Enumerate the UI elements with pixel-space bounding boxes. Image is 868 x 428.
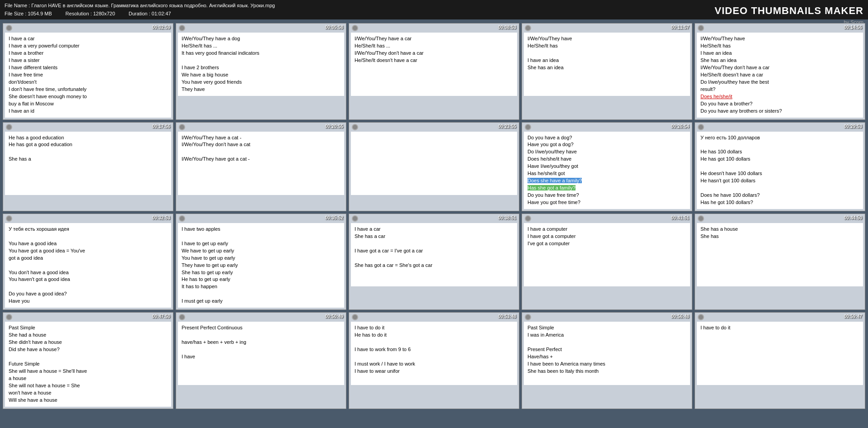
thumb-line: Do you have a brother?	[700, 101, 753, 106]
thumb-line: I/We/You/They have	[700, 36, 745, 41]
thumbnail-0-4: 00:14:56I/We/You/They haveHe/She/It hasI…	[695, 23, 865, 119]
thumbnail-3-3: 00:56:48Past Simple I was in America Pre…	[522, 312, 692, 409]
thumbnail-row-2: 00:32:53У тебя есть хорошая идея You hav…	[3, 214, 865, 310]
thumb-play-icon	[179, 215, 185, 222]
thumb-line: Do you have any brothers or sisters?	[700, 108, 782, 114]
thumbnail-3-2: 00:53:48I have to do it He has to do it …	[349, 312, 519, 409]
thumb-content: He has a good education He has got a goo…	[5, 132, 171, 195]
thumb-timestamp: 00:11:57	[671, 25, 689, 30]
thumb-line: Does he/she/it	[700, 94, 732, 99]
thumb-timestamp: 00:35:52	[325, 215, 343, 220]
thumb-line: Have you got a dog?	[528, 142, 574, 147]
thumb-timestamp: 00:50:49	[325, 314, 343, 319]
thumb-content: I have to do it	[697, 322, 863, 385]
thumb-play-icon	[179, 25, 185, 31]
thumb-content: I have two apples I have to get up early…	[178, 223, 344, 308]
thumbnail-2-1: 00:35:52I have two apples I have to get …	[176, 214, 346, 310]
thumb-play-icon	[698, 314, 704, 320]
thumb-play-icon	[698, 124, 704, 130]
thumb-content: Past Simple She had a house She didn't h…	[5, 322, 171, 406]
thumb-timestamp: 00:26:54	[671, 124, 689, 129]
thumb-timestamp: 00:59:47	[844, 314, 862, 319]
thumb-line: I have an idea	[700, 50, 732, 56]
thumb-play-icon	[525, 25, 531, 31]
thumb-play-icon	[698, 215, 704, 222]
header: File Name : Глагол HAVE в английском язы…	[0, 0, 868, 19]
thumb-content: I/We/You/They have a car He/She/It has .…	[351, 33, 517, 96]
thumb-line: Have I/we/you/they got	[528, 163, 578, 169]
thumbnail-0-0: 00:02:59I have a car I have a very power…	[3, 23, 173, 119]
thumb-play-icon	[352, 215, 358, 222]
thumbnail-1-4: 00:29:53У него есть 100 долларов He has …	[695, 122, 865, 211]
thumb-content	[351, 132, 517, 195]
thumb-content: I have a car She has a car I have got a …	[351, 223, 517, 286]
thumb-timestamp: 00:20:55	[325, 124, 343, 129]
thumbnail-1-1: 00:20:55I/We/You/They have a cat - I/We/…	[176, 122, 346, 211]
thumbnail-0-2: 00:08:53I/We/You/They have a car He/She/…	[349, 23, 519, 119]
thumb-line: Do you have a dog?	[528, 135, 572, 140]
thumb-play-icon	[6, 25, 12, 31]
resolution: Resolution : 1280x720	[66, 10, 115, 18]
thumb-line: She has an idea	[700, 57, 737, 63]
thumb-line: Has he/she/it got	[528, 171, 565, 176]
file-name-label: File Name	[5, 3, 27, 8]
thumb-content: У тебя есть хорошая идея You have a good…	[5, 223, 171, 308]
thumb-line: Has she got a family?	[528, 185, 575, 190]
thumb-content: I/We/You/They have a cat - I/We/You/They…	[178, 132, 344, 195]
thumb-timestamp: 00:32:53	[152, 215, 170, 220]
thumb-timestamp: 00:05:58	[325, 25, 343, 30]
thumb-timestamp: 00:47:50	[152, 314, 170, 319]
thumb-content: I have to do it He has to do it I have t…	[351, 322, 517, 385]
thumbnail-0-3: 00:11:57I/We/You/They have He/She/It has…	[522, 23, 692, 119]
thumb-play-icon	[6, 314, 12, 320]
thumb-play-icon	[179, 314, 185, 320]
file-size: File Size : 1054.9 MB	[5, 10, 52, 18]
thumb-timestamp: 00:38:51	[498, 215, 516, 220]
thumb-play-icon	[6, 215, 12, 222]
thumb-timestamp: 00:17:56	[152, 124, 170, 129]
thumb-content: She has a house She has	[697, 223, 863, 286]
thumbnails-grid: 00:02:59I have a car I have a very power…	[0, 19, 868, 414]
thumb-timestamp: 00:08:53	[498, 25, 516, 30]
thumb-content: I/We/You/They haveHe/She/It hasI have an…	[697, 33, 863, 117]
thumb-play-icon	[179, 124, 185, 130]
thumbnail-row-1: 00:17:56He has a good education He has g…	[3, 122, 865, 211]
thumbnail-1-0: 00:17:56He has a good education He has g…	[3, 122, 173, 211]
brand-name: VIDEO THUMBNAILS MAKER	[715, 3, 863, 19]
thumb-play-icon	[525, 314, 531, 320]
thumb-line: Do you have free time?	[528, 192, 579, 198]
thumb-content: Present Perfect Continuous have/has + be…	[178, 322, 344, 385]
thumb-content: I/We/You/They have a dog He/She/It has .…	[178, 33, 344, 96]
thumb-play-icon	[698, 25, 704, 31]
thumb-line: He/She/It doesn't have a car	[700, 72, 763, 77]
thumb-content: I/We/You/They have He/She/It has I have …	[524, 33, 690, 96]
thumb-line: Does she have a family?	[528, 178, 582, 183]
thumb-content: Past Simple I was in America Present Per…	[524, 322, 690, 385]
thumb-play-icon	[6, 124, 12, 130]
thumb-content: I have a computer I have got a computer …	[524, 223, 690, 286]
thumbnail-3-1: 00:50:49Present Perfect Continuous have/…	[176, 312, 346, 409]
thumb-line: Does he/she/it have	[528, 156, 571, 162]
thumb-content: Do you have a dog?Have you got a dog?Do …	[524, 132, 690, 209]
thumbnail-3-0: 00:47:50Past Simple She had a house She …	[3, 312, 173, 409]
thumbnail-1-2: 00:23:55	[349, 122, 519, 211]
thumb-play-icon	[352, 25, 358, 31]
thumbnail-3-4: 00:59:47I have to do it	[695, 312, 865, 409]
thumb-play-icon	[352, 314, 358, 320]
thumbnail-0-1: 00:05:58I/We/You/They have a dog He/She/…	[176, 23, 346, 119]
thumb-timestamp: 00:56:48	[671, 314, 689, 319]
thumb-play-icon	[352, 124, 358, 130]
thumb-timestamp: 00:14:56	[844, 25, 862, 30]
thumbnail-2-4: 00:44:50She has a house She has	[695, 214, 865, 310]
thumb-timestamp: 00:02:59	[152, 25, 170, 30]
thumbnail-2-0: 00:32:53У тебя есть хорошая идея You hav…	[3, 214, 173, 310]
thumb-line: Do I/we/you/they have the best	[700, 79, 769, 85]
thumb-line: result?	[700, 86, 715, 92]
thumb-timestamp: 00:29:53	[844, 124, 862, 129]
thumb-timestamp: 00:23:55	[498, 124, 516, 129]
thumb-content: У него есть 100 долларов He has 100 doll…	[697, 132, 863, 209]
thumbnail-2-3: 00:41:51I have a computer I have got a c…	[522, 214, 692, 310]
thumb-timestamp: 00:41:51	[671, 215, 689, 220]
thumb-play-icon	[525, 215, 531, 222]
thumb-timestamp: 00:44:50	[844, 215, 862, 220]
